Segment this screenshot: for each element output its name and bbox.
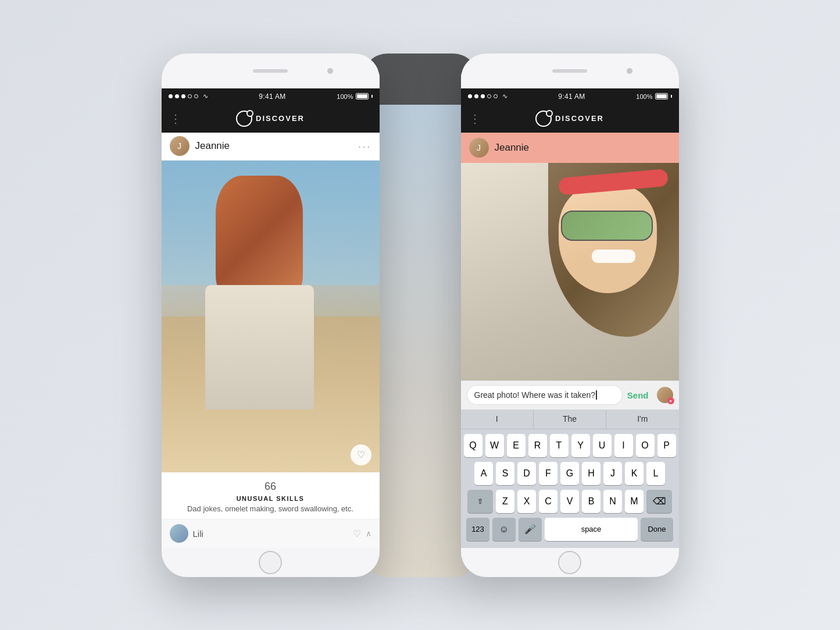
profile-info-left: 66 UNUSUAL SKILLS Dad jokes, omelet maki… <box>162 472 380 519</box>
signal-dot-r1 <box>468 94 472 98</box>
status-bar-right: ∿ 9:41 AM 100% <box>461 88 679 105</box>
avatar-placeholder-left: J <box>170 136 190 156</box>
battery-fill-right <box>656 94 667 98</box>
section-icon-left: 66 <box>170 480 371 493</box>
heart-btn-left[interactable]: ♡ <box>351 444 371 465</box>
signal-dot-3 <box>181 94 185 98</box>
autocomplete-the[interactable]: The <box>534 410 606 429</box>
key-z[interactable]: Z <box>496 490 514 513</box>
key-a[interactable]: A <box>474 462 493 485</box>
section-title-left: UNUSUAL SKILLS <box>170 495 371 502</box>
key-t[interactable]: T <box>550 434 569 457</box>
message-input[interactable]: Great photo! Where was it taken? <box>467 385 623 405</box>
battery-icon-left <box>356 93 369 99</box>
signal-dot-5 <box>194 94 198 98</box>
mic-key[interactable]: 🎤 <box>519 518 542 541</box>
keyboard-row-3: ⇧ Z X C V B N M ⌫ <box>463 490 677 513</box>
profile-name-left: Jeannie <box>195 140 358 152</box>
key-v[interactable]: V <box>560 490 579 513</box>
battery-nub-left <box>371 95 373 98</box>
key-y[interactable]: Y <box>571 434 590 457</box>
key-d[interactable]: D <box>517 462 536 485</box>
key-q[interactable]: Q <box>464 434 482 457</box>
status-right-right: 100% <box>636 93 671 100</box>
key-p[interactable]: P <box>657 434 676 457</box>
key-r[interactable]: R <box>528 434 547 457</box>
keyboard-row-4: 123 ☺ 🎤 space Done <box>463 518 677 541</box>
phone-bottom-bar-left <box>162 548 380 577</box>
done-key[interactable]: Done <box>641 518 673 541</box>
msg-avatar-placeholder: J <box>469 138 489 158</box>
wifi-icon-right: ∿ <box>502 92 507 100</box>
speaker-right <box>552 69 587 73</box>
app-name-right: DISCOVER <box>555 114 604 123</box>
space-key[interactable]: space <box>545 518 638 541</box>
smile <box>592 250 635 262</box>
key-c[interactable]: C <box>539 490 557 513</box>
status-left-right: ∿ <box>468 92 507 100</box>
right-screen: ∿ 9:41 AM 100% ⋮ DISCOVER <box>461 88 679 548</box>
phone-top-bar-right <box>461 54 679 88</box>
key-o[interactable]: O <box>636 434 655 457</box>
key-m[interactable]: M <box>625 490 644 513</box>
next-heart-icon: ♡ <box>353 528 361 539</box>
send-button[interactable]: Send <box>627 390 649 400</box>
more-dots-left[interactable]: ··· <box>358 140 371 153</box>
profile-avatar-left: J <box>170 136 190 156</box>
key-j[interactable]: J <box>603 462 622 485</box>
status-bar-left: ∿ 9:41 AM 100% <box>162 88 380 105</box>
body-left <box>205 285 314 410</box>
numbers-key[interactable]: 123 <box>466 518 489 541</box>
key-x[interactable]: X <box>517 490 536 513</box>
signal-dot-r2 <box>474 94 478 98</box>
key-w[interactable]: W <box>485 434 504 457</box>
signal-dot-r3 <box>481 94 485 98</box>
next-profile-left[interactable]: Lili ♡ ∧ <box>162 519 380 548</box>
key-g[interactable]: G <box>560 462 579 485</box>
signal-dot-r5 <box>494 94 498 98</box>
key-e[interactable]: E <box>507 434 526 457</box>
chevron-up-icon: ∧ <box>366 529 371 538</box>
key-u[interactable]: U <box>593 434 612 457</box>
scene: ∿ 9:41 AM 100% ⋮ DISCOVER <box>0 0 840 630</box>
key-n[interactable]: N <box>603 490 622 513</box>
camera-right <box>627 68 632 74</box>
hamburger-icon-right[interactable]: ⋮ <box>469 112 481 126</box>
autocomplete-i[interactable]: I <box>461 410 534 429</box>
signal-dot-r4 <box>487 94 491 98</box>
home-btn-right[interactable] <box>558 551 581 574</box>
key-b[interactable]: B <box>582 490 600 513</box>
section-text-left: Dad jokes, omelet making, sword swallowi… <box>170 504 371 513</box>
key-k[interactable]: K <box>625 462 644 485</box>
wifi-icon-left: ∿ <box>203 92 208 100</box>
left-phone: ∿ 9:41 AM 100% ⋮ DISCOVER <box>162 54 380 577</box>
speaker-left <box>253 69 288 73</box>
msg-profile-avatar: J <box>469 138 489 158</box>
delete-key[interactable]: ⌫ <box>646 490 672 513</box>
glasses <box>561 211 653 241</box>
outdoor-photo <box>461 163 679 380</box>
shift-key[interactable]: ⇧ <box>467 490 493 513</box>
msg-profile-header: J Jeannie <box>461 133 679 163</box>
heart-icon-left: ♡ <box>357 449 365 460</box>
hamburger-icon-left[interactable]: ⋮ <box>170 112 181 126</box>
outdoor-photo-inner <box>461 163 679 380</box>
next-name-left: Lili <box>193 529 353 539</box>
app-name-left: DISCOVER <box>256 114 305 123</box>
key-h[interactable]: H <box>582 462 600 485</box>
home-btn-left[interactable] <box>259 551 282 574</box>
battery-fill-left <box>357 94 367 98</box>
key-f[interactable]: F <box>539 462 557 485</box>
right-phone: ∿ 9:41 AM 100% ⋮ DISCOVER <box>461 54 679 577</box>
status-time-left: 9:41 AM <box>259 92 285 101</box>
next-avatar-left <box>170 524 188 543</box>
signal-dot-2 <box>175 94 179 98</box>
keyboard: Q W E R T Y U I O P A S D F G <box>461 429 679 548</box>
key-s[interactable]: S <box>496 462 514 485</box>
key-l[interactable]: L <box>646 462 665 485</box>
autocomplete-im[interactable]: I'm <box>606 410 678 429</box>
cursor <box>596 390 597 400</box>
emoji-key[interactable]: ☺ <box>492 518 516 541</box>
logo-circle-left <box>236 111 252 127</box>
key-i[interactable]: I <box>614 434 633 457</box>
